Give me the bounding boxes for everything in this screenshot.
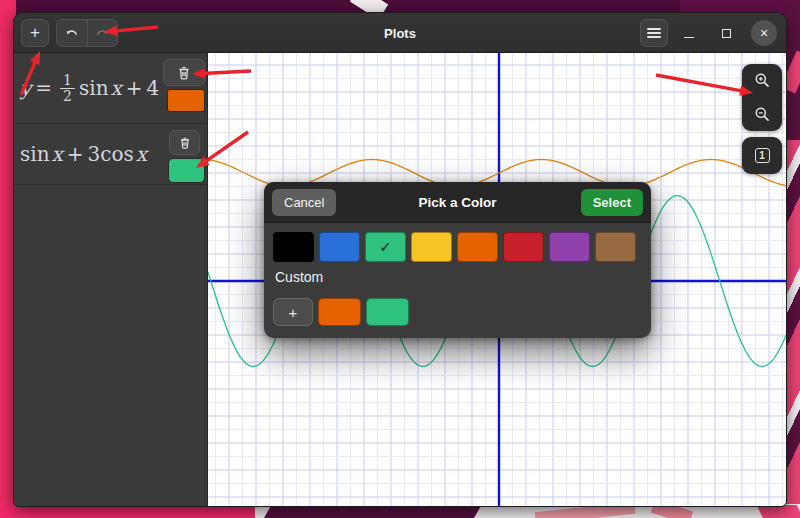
add-custom-color-button[interactable]: +: [273, 298, 313, 326]
custom-color-swatch-2[interactable]: [366, 298, 409, 326]
formula-part: x: [136, 142, 147, 166]
zoom-controls: [742, 64, 782, 131]
select-button[interactable]: Select: [581, 189, 643, 216]
custom-color-row: +: [273, 298, 409, 326]
close-button[interactable]: ×: [750, 19, 778, 47]
dialog-header: Cancel Pick a Color Select: [264, 182, 651, 223]
palette-swatch-6[interactable]: [503, 232, 544, 262]
formula-part: cos: [100, 142, 134, 166]
hamburger-icon: [647, 28, 661, 38]
custom-section-label: Custom: [275, 269, 323, 285]
undo-arc-icon: [64, 25, 80, 41]
window-title: Plots: [14, 13, 786, 53]
palette-swatch-3[interactable]: ✓: [365, 232, 406, 262]
formula-part: y: [20, 76, 31, 100]
add-formula-button[interactable]: +: [21, 19, 49, 47]
cancel-button[interactable]: Cancel: [272, 189, 336, 216]
formula-part: +: [67, 142, 84, 166]
zoom-in-button[interactable]: [742, 64, 782, 98]
color-palette: ✓: [273, 232, 636, 262]
reset-zoom-button[interactable]: 1: [742, 137, 782, 174]
formula-part: 12: [60, 73, 75, 103]
undo-button[interactable]: [57, 20, 87, 46]
trash-icon: [178, 136, 192, 150]
formula-2-color-swatch[interactable]: [168, 158, 205, 183]
palette-swatch-5[interactable]: [457, 232, 498, 262]
close-icon: ×: [751, 20, 777, 46]
formula-part: 3: [88, 142, 101, 166]
menu-button[interactable]: [640, 19, 668, 47]
palette-swatch-1[interactable]: [273, 232, 314, 262]
palette-swatch-7[interactable]: [549, 232, 590, 262]
palette-swatch-4[interactable]: [411, 232, 452, 262]
palette-swatch-8[interactable]: [595, 232, 636, 262]
formula-row-2[interactable]: sinx+3cosx: [14, 124, 207, 185]
formula-expression-2[interactable]: sinx+3cosx: [20, 124, 147, 184]
reset-zoom-icon: 1: [755, 148, 770, 163]
formula-part: sin: [20, 142, 50, 166]
undo-redo-group: [56, 19, 118, 47]
formula-part: 4: [147, 76, 160, 100]
formula-part: x: [52, 142, 63, 166]
trash-icon: [176, 65, 192, 81]
delete-formula-1-button[interactable]: [163, 59, 205, 86]
selected-check-icon: ✓: [379, 238, 392, 256]
delete-formula-2-button[interactable]: [169, 130, 200, 155]
redo-arc-icon: [94, 25, 110, 41]
maximize-icon: [722, 29, 731, 38]
formula-part: +: [126, 76, 143, 100]
formula-part: =: [35, 76, 52, 100]
zoom-out-button[interactable]: [742, 98, 782, 132]
headerbar: + Plots ×: [14, 13, 786, 53]
color-picker-dialog: Cancel Pick a Color Select ✓ Custom +: [264, 182, 651, 338]
maximize-button[interactable]: [712, 19, 740, 47]
formula-part: x: [111, 76, 122, 100]
minimize-button[interactable]: [675, 19, 703, 47]
formula-row-1[interactable]: y=12sinx+4: [14, 53, 207, 124]
custom-color-swatch-1[interactable]: [318, 298, 361, 326]
formula-expression-1[interactable]: y=12sinx+4: [20, 53, 159, 123]
minimize-icon: [684, 37, 694, 38]
magnifier-minus-icon: [754, 106, 771, 123]
palette-swatch-2[interactable]: [319, 232, 360, 262]
redo-button[interactable]: [87, 20, 118, 46]
formula-sidebar: y=12sinx+4 sinx+3cosx: [14, 53, 208, 506]
plots-window: + Plots ×: [13, 12, 787, 507]
magnifier-plus-icon: [754, 72, 771, 89]
formula-1-color-swatch[interactable]: [167, 89, 205, 112]
formula-part: sin: [79, 76, 109, 100]
